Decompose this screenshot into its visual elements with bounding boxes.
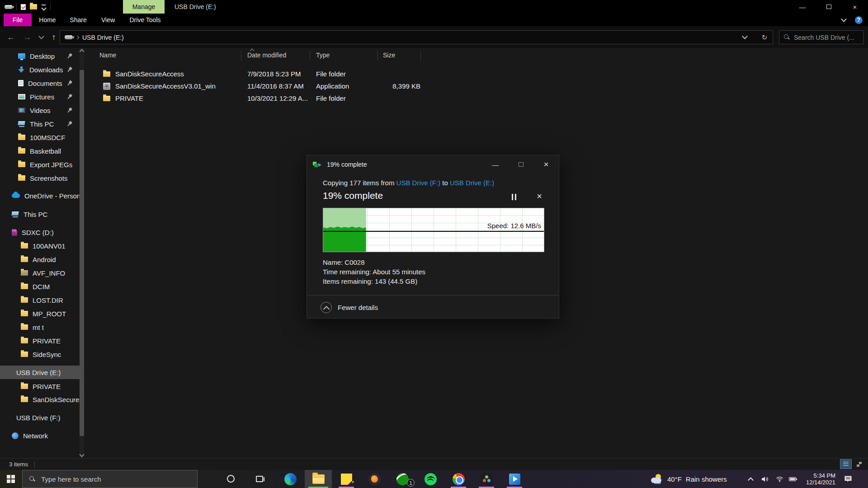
sidebar-item-private-d[interactable]: PRIVATE bbox=[0, 334, 80, 347]
taskbar-file-explorer[interactable] bbox=[305, 470, 332, 488]
column-divider[interactable] bbox=[241, 51, 241, 61]
taskbar-clock[interactable]: 5:34 PM 12/14/2021 bbox=[799, 470, 835, 488]
wifi-icon[interactable] bbox=[773, 470, 786, 488]
pause-button[interactable] bbox=[508, 192, 520, 202]
dialog-maximize-button[interactable] bbox=[508, 155, 533, 174]
recent-locations-icon[interactable] bbox=[35, 26, 47, 48]
taskbar-edge[interactable] bbox=[277, 470, 304, 488]
sidebar-item-dcim[interactable]: DCIM bbox=[0, 280, 80, 293]
sidebar-item-screenshots[interactable]: Screenshots bbox=[0, 171, 80, 185]
sidebar-item-basketball[interactable]: Basketball bbox=[0, 144, 80, 158]
new-folder-icon[interactable] bbox=[30, 4, 37, 9]
taskbar-search-input[interactable] bbox=[41, 475, 177, 483]
refresh-icon[interactable]: ↻ bbox=[756, 31, 773, 44]
sidebar-item-export-jpegs[interactable]: Export JPEGs bbox=[0, 158, 80, 171]
taskbar-sticky-notes[interactable] bbox=[333, 470, 360, 488]
dialog-minimize-button[interactable]: — bbox=[483, 155, 508, 174]
sidebar-item-mp-root[interactable]: MP_ROOT bbox=[0, 307, 80, 320]
sidebar-item-100msdcf[interactable]: 100MSDCF bbox=[0, 131, 80, 144]
sidebar-item-lost-dir[interactable]: LOST.DIR bbox=[0, 293, 80, 307]
file-name[interactable]: PRIVATE bbox=[115, 94, 143, 102]
sidebar-item-100anv01[interactable]: 100ANV01 bbox=[0, 239, 80, 253]
sidebar-item-this-pc[interactable]: This PC bbox=[0, 207, 80, 221]
breadcrumb-chevron-icon[interactable] bbox=[75, 35, 79, 39]
manage-contextual-tab[interactable]: Manage bbox=[123, 0, 165, 14]
file-row-sandisksecureaccess[interactable]: SanDiskSecureAccess 7/9/2018 5:23 PM Fil… bbox=[84, 68, 868, 80]
show-hidden-icons-button[interactable] bbox=[744, 470, 757, 488]
taskbar-spotify[interactable] bbox=[417, 470, 444, 488]
sidebar-item-onedrive[interactable]: OneDrive - Person bbox=[0, 189, 80, 202]
destination-drive-link[interactable]: USB Drive (E:) bbox=[450, 179, 494, 187]
column-header-type[interactable]: Type bbox=[316, 52, 330, 59]
column-header-name[interactable]: Name bbox=[99, 52, 116, 59]
forward-button[interactable]: → bbox=[20, 26, 34, 48]
column-divider[interactable] bbox=[310, 51, 310, 61]
properties-icon[interactable] bbox=[21, 4, 26, 10]
action-center-icon[interactable] bbox=[842, 470, 854, 488]
close-button[interactable]: × bbox=[842, 0, 868, 14]
sidebar-item-documents[interactable]: Documents bbox=[0, 76, 80, 90]
sidebar-item-mt-t[interactable]: mt t bbox=[0, 320, 80, 334]
sidebar-item-avf-info[interactable]: AVF_INFO bbox=[0, 266, 80, 280]
sidebar-item-network[interactable]: Network bbox=[0, 429, 80, 442]
column-header-date-modified[interactable]: Date modified bbox=[247, 52, 286, 59]
weather-widget[interactable]: 40°F Rain showers bbox=[651, 470, 727, 488]
tab-file[interactable]: File bbox=[4, 14, 32, 26]
file-name[interactable]: SanDiskSecureAccessV3.01_win bbox=[115, 82, 216, 90]
tab-home[interactable]: Home bbox=[34, 14, 61, 26]
details-view-button[interactable] bbox=[840, 460, 851, 469]
scroll-up-icon[interactable] bbox=[79, 49, 84, 54]
minimize-button[interactable]: — bbox=[789, 0, 816, 14]
address-bar[interactable]: USB Drive (E:) ↻ bbox=[60, 30, 773, 44]
sidebar-item-videos[interactable]: Videos bbox=[0, 103, 80, 117]
explorer-search[interactable] bbox=[779, 30, 863, 44]
column-divider[interactable] bbox=[377, 51, 378, 61]
taskbar-davinci-resolve[interactable] bbox=[473, 470, 500, 488]
source-drive-link[interactable]: USB Drive (F:) bbox=[396, 179, 441, 187]
breadcrumb[interactable]: USB Drive (E:) bbox=[82, 34, 124, 41]
tab-share[interactable]: Share bbox=[64, 14, 92, 26]
sidebar-item-sandisksecureaccess[interactable]: SanDiskSecureAc bbox=[0, 393, 80, 406]
task-view-icon[interactable] bbox=[256, 476, 263, 482]
sidebar-item-private-e[interactable]: PRIVATE bbox=[0, 380, 80, 393]
cancel-copy-button[interactable]: × bbox=[533, 191, 546, 202]
scrollbar-thumb[interactable] bbox=[80, 70, 84, 436]
start-button[interactable] bbox=[0, 470, 22, 488]
search-input[interactable] bbox=[794, 34, 859, 41]
taskbar-movies-tv[interactable] bbox=[501, 470, 528, 488]
dialog-close-button[interactable]: × bbox=[533, 155, 559, 174]
back-button[interactable]: ← bbox=[4, 26, 18, 48]
sidebar-item-usb-drive-f[interactable]: USB Drive (F:) bbox=[0, 411, 80, 424]
sidebar-item-pictures[interactable]: Pictures bbox=[0, 90, 80, 103]
sidebar-item-desktop[interactable]: Desktop bbox=[0, 49, 80, 63]
battery-icon[interactable] bbox=[787, 470, 799, 488]
help-icon[interactable]: ? bbox=[855, 16, 863, 24]
thumbnail-view-button[interactable] bbox=[854, 460, 864, 469]
taskbar-chrome[interactable] bbox=[445, 470, 472, 488]
file-row-private[interactable]: PRIVATE 10/3/2021 12:29 A... File folder bbox=[84, 92, 868, 104]
sidebar-item-downloads[interactable]: Downloads bbox=[0, 63, 80, 76]
tab-drive-tools[interactable]: Drive Tools bbox=[124, 14, 166, 26]
customize-quick-access-icon[interactable] bbox=[41, 5, 46, 9]
column-divider[interactable] bbox=[420, 51, 421, 61]
restore-button[interactable] bbox=[816, 0, 842, 14]
sidebar-scrollbar[interactable] bbox=[80, 48, 84, 458]
sidebar-item-sdxc-d[interactable]: SDXC (D:) bbox=[0, 225, 80, 239]
fewer-details-button[interactable]: Fewer details bbox=[321, 302, 378, 313]
tab-view[interactable]: View bbox=[96, 14, 120, 26]
sidebar-item-android[interactable]: Android bbox=[0, 253, 80, 266]
scroll-down-icon[interactable] bbox=[79, 452, 84, 457]
up-button[interactable]: ↑ bbox=[47, 26, 61, 48]
sidebar-item-usb-drive-e[interactable]: USB Drive (E:) bbox=[0, 366, 80, 379]
taskbar-xbox[interactable]: 1 bbox=[389, 470, 416, 488]
collapse-ribbon-icon[interactable] bbox=[841, 16, 847, 22]
file-name[interactable]: SanDiskSecureAccess bbox=[115, 70, 184, 78]
column-header-size[interactable]: Size bbox=[383, 52, 395, 59]
file-row-sandisksecureaccess-v301[interactable]: SanDiskSecureAccessV3.01_win 11/4/2016 8… bbox=[84, 80, 868, 92]
volume-icon[interactable] bbox=[759, 470, 771, 488]
taskbar-fl-studio[interactable] bbox=[361, 470, 388, 488]
sidebar-item-sidesync[interactable]: SideSync bbox=[0, 347, 80, 361]
cortana-icon[interactable] bbox=[227, 475, 235, 483]
sidebar-item-this-pc-pinned[interactable]: This PC bbox=[0, 117, 80, 131]
address-dropdown-icon[interactable] bbox=[736, 31, 753, 44]
